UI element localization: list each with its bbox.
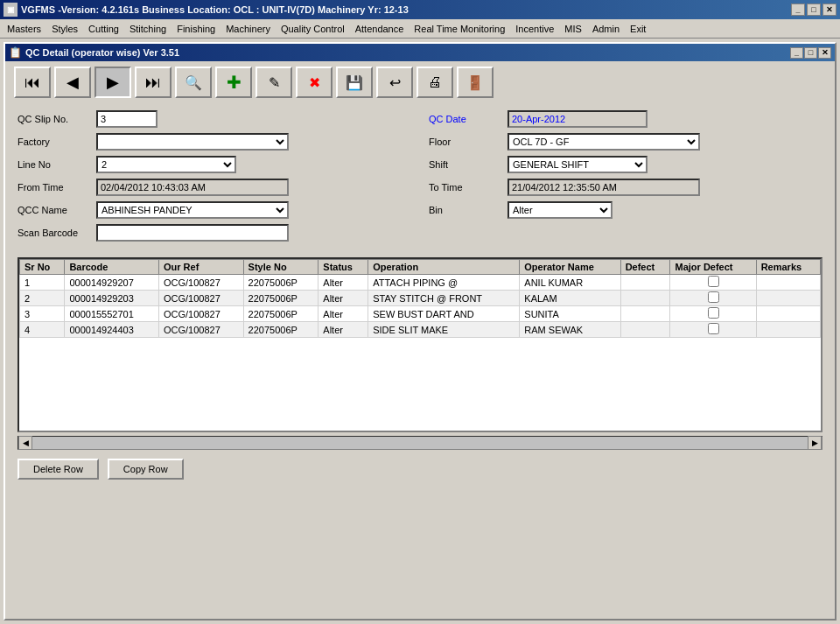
cell-operation: SIDE SLIT MAKE: [368, 322, 520, 338]
menu-stitching[interactable]: Stitching: [124, 22, 172, 36]
to-time-row: To Time: [429, 179, 822, 196]
cell-major-defect[interactable]: [670, 322, 756, 338]
next-button[interactable]: ▶: [94, 67, 131, 98]
table-row[interactable]: 3 000015552701 OCG/100827 22075006P Alte…: [20, 306, 821, 322]
maximize-button[interactable]: □: [807, 4, 821, 16]
menu-finishing[interactable]: Finishing: [172, 22, 220, 36]
menu-real-time-monitoring[interactable]: Real Time Monitoring: [409, 22, 510, 36]
qc-date-input[interactable]: [508, 110, 648, 128]
cell-barcode: 000014929203: [65, 291, 159, 306]
print-button[interactable]: 🖨: [416, 67, 453, 98]
scan-barcode-input[interactable]: [96, 224, 289, 242]
major-defect-checkbox[interactable]: [708, 323, 719, 334]
delete-button[interactable]: ✖: [296, 67, 332, 98]
col-defect: Defect: [620, 260, 670, 275]
cell-status: Alter: [318, 306, 368, 322]
first-button[interactable]: ⏮: [14, 67, 51, 98]
table-row[interactable]: 4 000014924403 OCG/100827 22075006P Alte…: [20, 322, 821, 338]
bin-select[interactable]: Alter: [508, 201, 612, 219]
form-left-column: QC Slip No. Factory Line No 2: [18, 110, 411, 247]
cell-sr: 3: [20, 306, 65, 322]
minimize-button[interactable]: _: [791, 4, 805, 16]
major-defect-checkbox[interactable]: [708, 276, 719, 287]
menu-styles[interactable]: Styles: [46, 22, 83, 36]
cell-major-defect[interactable]: [670, 306, 756, 322]
window-maximize-button[interactable]: □: [804, 47, 817, 59]
cell-major-defect[interactable]: [670, 275, 756, 291]
cell-major-defect[interactable]: [670, 291, 756, 306]
menu-quality-control[interactable]: Quality Control: [276, 22, 350, 36]
cell-operation: SEW BUST DART AND: [368, 306, 520, 322]
cell-style-no: 22075006P: [243, 306, 318, 322]
table-row[interactable]: 2 000014929203 OCG/100827 22075006P Alte…: [20, 291, 821, 306]
cell-defect: [620, 275, 670, 291]
cell-defect: [620, 291, 670, 306]
from-time-input[interactable]: [96, 179, 289, 196]
factory-select[interactable]: [96, 133, 289, 151]
window-title: QC Detail (operator wise) Ver 3.51: [25, 47, 179, 58]
shift-row: Shift GENERAL SHIFT: [429, 156, 822, 173]
floor-row: Floor OCL 7D - GF: [429, 133, 822, 151]
qcc-name-select[interactable]: ABHINESH PANDEY: [96, 201, 289, 219]
cell-operator: ANIL KUMAR: [520, 275, 620, 291]
window-icon: 📋: [9, 46, 22, 59]
to-time-input[interactable]: [508, 179, 700, 196]
scroll-left-button[interactable]: ◀: [18, 436, 32, 450]
cell-sr: 2: [20, 291, 65, 306]
prev-button[interactable]: ◀: [54, 67, 91, 98]
cell-remarks: [756, 322, 820, 338]
qc-date-label: QC Date: [429, 114, 499, 124]
menu-attendance[interactable]: Attendance: [350, 22, 410, 36]
horizontal-scrollbar[interactable]: ◀ ▶: [18, 436, 822, 450]
add-button[interactable]: ✚: [215, 67, 252, 98]
shift-select[interactable]: GENERAL SHIFT: [508, 156, 648, 173]
window-minimize-button[interactable]: _: [790, 47, 803, 59]
qcc-name-row: QCC Name ABHINESH PANDEY: [18, 201, 411, 219]
col-status: Status: [318, 260, 368, 275]
major-defect-checkbox[interactable]: [708, 307, 719, 319]
qcc-name-label: QCC Name: [18, 205, 88, 215]
floor-select[interactable]: OCL 7D - GF: [508, 133, 700, 151]
undo-button[interactable]: ↩: [376, 67, 413, 98]
scroll-right-button[interactable]: ▶: [808, 436, 822, 450]
factory-label: Factory: [18, 137, 88, 147]
menu-mis[interactable]: MIS: [559, 22, 587, 36]
menu-admin[interactable]: Admin: [587, 22, 625, 36]
cell-our-ref: OCG/100827: [158, 275, 243, 291]
cell-operator: KALAM: [520, 291, 620, 306]
exit-button[interactable]: 🚪: [457, 67, 494, 98]
col-operator-name: Operator Name: [520, 260, 620, 275]
cell-style-no: 22075006P: [243, 322, 318, 338]
last-button[interactable]: ⏭: [135, 67, 172, 98]
major-defect-checkbox[interactable]: [708, 291, 719, 303]
data-table-container[interactable]: Sr No Barcode Our Ref Style No Status Op…: [18, 257, 822, 432]
bin-label: Bin: [429, 205, 499, 215]
save-button[interactable]: 💾: [336, 67, 373, 98]
copy-row-button[interactable]: Copy Row: [108, 459, 184, 480]
edit-button[interactable]: ✎: [256, 67, 292, 98]
line-no-select[interactable]: 2: [96, 156, 236, 173]
table-row[interactable]: 1 000014929207 OCG/100827 22075006P Alte…: [20, 275, 821, 291]
window-close-button[interactable]: ✕: [818, 47, 831, 59]
delete-row-button[interactable]: Delete Row: [18, 459, 99, 480]
menu-incentive[interactable]: Incentive: [510, 22, 559, 36]
cell-style-no: 22075006P: [243, 275, 318, 291]
scroll-track[interactable]: [32, 437, 808, 449]
data-table: Sr No Barcode Our Ref Style No Status Op…: [19, 259, 821, 338]
qc-slip-input[interactable]: [96, 110, 158, 128]
menu-cutting[interactable]: Cutting: [83, 22, 124, 36]
cell-operation: STAY STITCH @ FRONT: [368, 291, 520, 306]
menu-masters[interactable]: Masters: [2, 22, 46, 36]
qc-date-row: QC Date: [429, 110, 822, 128]
app-title: VGFMS -Version: 4.2.161s Business Locati…: [21, 4, 409, 15]
menu-machinery[interactable]: Machinery: [220, 22, 276, 36]
find-button[interactable]: 🔍: [175, 67, 212, 98]
cell-sr: 1: [20, 275, 65, 291]
cell-our-ref: OCG/100827: [158, 322, 243, 338]
menu-exit[interactable]: Exit: [625, 22, 651, 36]
line-no-row: Line No 2: [18, 156, 411, 173]
floor-label: Floor: [429, 137, 499, 147]
close-button[interactable]: ✕: [822, 4, 836, 16]
bin-row: Bin Alter: [429, 201, 822, 219]
form-area: QC Slip No. Factory Line No 2: [5, 103, 835, 254]
